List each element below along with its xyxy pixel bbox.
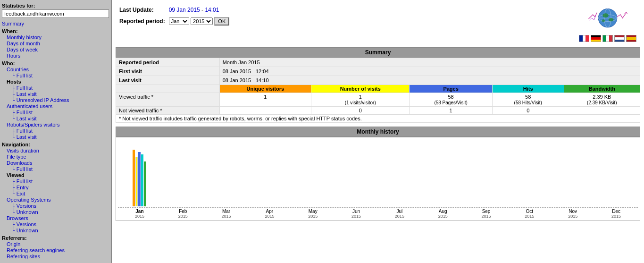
sidebar-item-os[interactable]: Operating Systems: [2, 197, 109, 203]
summary-title: Summary: [116, 47, 640, 58]
sidebar-item-robots[interactable]: Robots/Spiders visitors: [2, 122, 109, 127]
label-jul: Jul 2015: [378, 209, 421, 219]
label-mar: Mar 2015: [205, 209, 248, 219]
sidebar-item-visits-duration[interactable]: Visits duration: [2, 148, 109, 153]
sidebar-item-countries[interactable]: Countries: [2, 67, 109, 72]
sidebar-item-os-unknown[interactable]: └ Unknown: [2, 209, 109, 215]
stats-for-section: Statistics for: feedback.andhikamw.com: [2, 3, 109, 18]
sidebar-item-hours[interactable]: Hours: [2, 53, 109, 59]
sidebar-item-search-engines[interactable]: Referring search engines: [2, 247, 109, 253]
monthly-chart-container: Jan 2015 Feb 2015 Mar 2015 Apr 2015: [116, 137, 640, 221]
sidebar-item-summary[interactable]: Summary: [2, 21, 109, 26]
sidebar-item-referring-sites[interactable]: Referring sites: [2, 254, 109, 259]
reported-period-key: Reported period: [116, 58, 220, 67]
sidebar-item-origin[interactable]: Origin: [2, 241, 109, 247]
sidebar-item-auth-full[interactable]: ├ Full list: [2, 110, 109, 115]
viewed-label: Viewed traffic *: [116, 93, 220, 107]
summary-table: Reported period Month Jan 2015 First vis…: [116, 58, 640, 123]
sidebar-item-monthly-history[interactable]: Monthly history: [2, 34, 109, 40]
year-select[interactable]: 2015: [191, 17, 213, 25]
sidebar-item-unresolved-ip[interactable]: └ Unresolved IP Address: [2, 97, 109, 103]
col-header-visits: Number of visits: [311, 85, 410, 93]
sidebar-item-downloads[interactable]: Downloads: [2, 160, 109, 166]
month-select[interactable]: JanFebMar AprMayJun JulAugSep OctNovDec: [169, 17, 189, 25]
sidebar-hosts-label: Hosts: [2, 79, 109, 85]
flag-italy: [602, 35, 613, 42]
last-update-date-link[interactable]: 09 Jan 2015: [169, 7, 200, 13]
label-dec: Dec 2015: [594, 209, 638, 219]
label-nov: Nov 2015: [551, 209, 594, 219]
label-may: May 2015: [291, 209, 335, 219]
viewed-pages: 58 (58 Pages/Visit): [410, 93, 492, 107]
ok-button[interactable]: OK: [214, 17, 229, 25]
sidebar-item-hosts-full[interactable]: ├ Full list: [2, 85, 109, 91]
sidebar-item-browsers-unknown[interactable]: └ Unknown: [2, 228, 109, 233]
svg-point-4: [602, 13, 609, 17]
sidebar-when-label: When:: [2, 28, 109, 34]
domain-box: feedback.andhikamw.com: [2, 9, 109, 18]
svg-point-5: [609, 18, 614, 21]
sidebar-item-days-of-month[interactable]: Days of month: [2, 41, 109, 46]
not-viewed-visits: 0: [311, 107, 410, 115]
monthly-history-section: Monthly history: [116, 127, 640, 221]
svg-line-7: [625, 12, 627, 14]
sidebar-item-entry[interactable]: ├ Entry: [2, 185, 109, 190]
header-right: [579, 5, 636, 42]
empty-header: [116, 85, 220, 93]
sidebar-viewed-label: Viewed: [2, 172, 109, 178]
flag-germany: [591, 35, 601, 42]
footnote: * Not viewed traffic includes traffic ge…: [116, 115, 640, 123]
bar-jan-pages: [138, 152, 141, 206]
sidebar-item-downloads-full[interactable]: └ Full list: [2, 166, 109, 172]
viewed-bandwidth: 2.39 KB (2.39 KB/Visit): [564, 93, 640, 107]
sidebar-item-exit[interactable]: └ Exit: [2, 191, 109, 196]
not-viewed-label: Not viewed traffic *: [116, 107, 220, 115]
flag-spain: [626, 35, 636, 42]
svg-line-8: [627, 12, 627, 14]
label-oct: Oct 2015: [508, 209, 551, 219]
sidebar-item-auth-users[interactable]: Authenticated users: [2, 103, 109, 109]
not-viewed-pages: 1: [410, 107, 492, 115]
viewed-unique: 1: [219, 93, 311, 107]
sidebar-item-days-of-week[interactable]: Days of week: [2, 47, 109, 52]
not-viewed-unique: [219, 107, 311, 115]
first-visit-key: First visit: [116, 67, 220, 76]
label-apr: Apr 2015: [248, 209, 291, 219]
not-viewed-bandwidth: [564, 107, 640, 115]
last-visit-val: 08 Jan 2015 - 14:10: [219, 76, 640, 85]
sidebar-item-hosts-last[interactable]: ├ Last visit: [2, 91, 109, 97]
sidebar-item-viewed-full[interactable]: ├ Full list: [2, 178, 109, 184]
flag-container: [579, 35, 636, 42]
bar-jan-visits: [135, 157, 138, 206]
sidebar-item-browsers[interactable]: Browsers: [2, 215, 109, 221]
label-aug: Aug 2015: [421, 209, 465, 219]
bar-jan-hits: [141, 154, 143, 206]
sidebar-item-auth-last[interactable]: └ Last visit: [2, 116, 109, 121]
svg-point-6: [602, 19, 605, 22]
x-axis-line: [118, 207, 638, 208]
sidebar-referrers-label: Referrers:: [2, 235, 109, 241]
flag-france: [579, 35, 589, 42]
last-update-time-link[interactable]: 14:01: [205, 7, 219, 13]
jan-bars: [133, 145, 146, 206]
header-area: Last Update: 09 Jan 2015 - 14:01 Reporte…: [112, 0, 644, 47]
label-jan: Jan 2015: [118, 209, 161, 219]
sidebar-item-robots-full[interactable]: ├ Full list: [2, 128, 109, 134]
label-feb: Feb 2015: [161, 209, 205, 219]
sidebar-item-robots-last[interactable]: └ Last visit: [2, 134, 109, 140]
sidebar-item-file-type[interactable]: File type: [2, 154, 109, 160]
last-update-label: Last Update:: [119, 5, 169, 15]
sidebar-item-os-versions[interactable]: ├ Versions: [2, 203, 109, 209]
sidebar-item-countries-full[interactable]: └ Full list: [2, 73, 109, 78]
main-content: Last Update: 09 Jan 2015 - 14:01 Reporte…: [111, 0, 644, 263]
col-header-bandwidth: Bandwidth: [564, 85, 640, 93]
reported-period-controls: JanFebMar AprMayJun JulAugSep OctNovDec …: [169, 15, 234, 27]
label-sep: Sep 2015: [465, 209, 508, 219]
month-col-jan: [118, 145, 161, 206]
monthly-history-title: Monthly history: [116, 127, 640, 137]
sidebar-who-label: Who:: [2, 60, 109, 66]
bar-jan-unique: [133, 150, 135, 206]
sidebar-item-browsers-versions[interactable]: ├ Versions: [2, 221, 109, 227]
viewed-hits: 58 (58 Hits/Visit): [492, 93, 564, 107]
last-visit-key: Last visit: [116, 76, 220, 85]
